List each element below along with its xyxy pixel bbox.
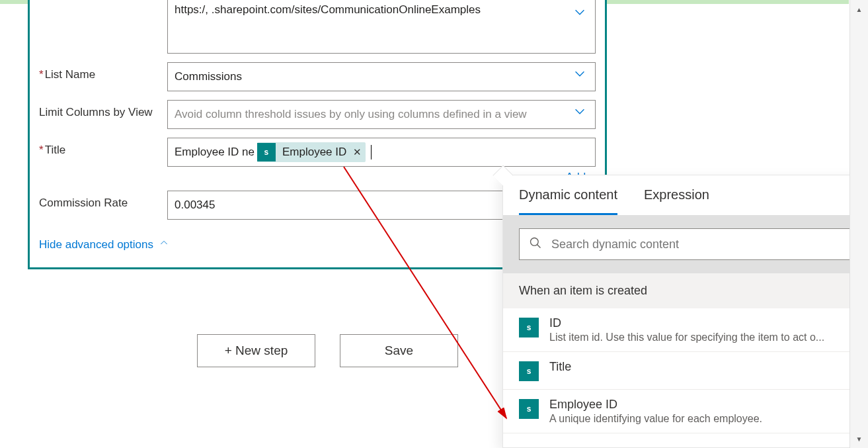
chevron-down-icon bbox=[572, 66, 587, 87]
dynamic-item-title[interactable]: s Title bbox=[503, 352, 867, 390]
scrollbar-up-button[interactable]: ▲ bbox=[850, 0, 868, 19]
label-list-name: *List Name bbox=[39, 62, 167, 81]
list-name-value: Commissions bbox=[175, 67, 242, 87]
item-desc: List item id. Use this value for specify… bbox=[549, 332, 824, 343]
title-text: Employee ID ne bbox=[175, 143, 255, 162]
sharepoint-icon: s bbox=[519, 318, 539, 337]
flyout-tabs: Dynamic content Expression bbox=[503, 175, 867, 215]
vertical-scrollbar[interactable]: ▲ ▼ bbox=[849, 0, 868, 448]
title-input[interactable]: Employee ID ne s Employee ID ✕ bbox=[167, 138, 596, 167]
limit-columns-dropdown[interactable]: Avoid column threshold issues by only us… bbox=[167, 100, 596, 129]
dynamic-group-title: When an item is created bbox=[503, 273, 867, 308]
search-bar-container bbox=[503, 215, 867, 273]
site-address-url: https:/, .sharepoint.com/sites/Communica… bbox=[175, 1, 588, 20]
site-address-dropdown[interactable]: Communication Online Examples https:/, .… bbox=[167, 0, 596, 54]
new-step-button[interactable]: + New step bbox=[197, 334, 315, 367]
sharepoint-icon: s bbox=[519, 361, 539, 381]
token-label: Employee ID bbox=[282, 143, 346, 162]
text-cursor bbox=[371, 145, 372, 159]
label-title: *Title bbox=[39, 138, 167, 157]
dynamic-token-employee-id[interactable]: s Employee ID ✕ bbox=[257, 142, 366, 162]
sharepoint-icon: s bbox=[519, 399, 539, 419]
save-button[interactable]: Save bbox=[340, 334, 458, 367]
list-name-dropdown[interactable]: Commissions bbox=[167, 62, 596, 91]
chevron-down-icon bbox=[572, 104, 587, 125]
search-icon bbox=[529, 236, 542, 253]
dynamic-content-panel: Dynamic content Expression When an item … bbox=[502, 175, 868, 448]
flow-actions: + New step Save bbox=[197, 334, 458, 367]
search-input-field[interactable] bbox=[551, 238, 842, 251]
item-name: ID bbox=[549, 316, 824, 330]
commission-rate-value: 0.00345 bbox=[175, 196, 215, 215]
item-name: Employee ID bbox=[549, 398, 762, 412]
tab-dynamic-content[interactable]: Dynamic content bbox=[519, 187, 617, 215]
dynamic-item-id[interactable]: s ID List item id. Use this value for sp… bbox=[503, 308, 867, 352]
dynamic-item-employee-id[interactable]: s Employee ID A unique identifying value… bbox=[503, 390, 867, 433]
label-limit-columns: Limit Columns by View bbox=[39, 100, 167, 119]
sharepoint-icon: s bbox=[257, 143, 276, 161]
search-dynamic-content-input[interactable] bbox=[519, 228, 851, 260]
item-name: Title bbox=[549, 360, 571, 374]
scrollbar-down-button[interactable]: ▼ bbox=[850, 429, 868, 448]
token-remove-button[interactable]: ✕ bbox=[353, 144, 362, 161]
tab-expression[interactable]: Expression bbox=[644, 187, 709, 215]
svg-line-1 bbox=[537, 244, 541, 247]
chevron-up-icon bbox=[159, 238, 169, 251]
label-commission-rate: Commission Rate bbox=[39, 191, 167, 210]
limit-columns-placeholder: Avoid column threshold issues by only us… bbox=[175, 105, 527, 124]
hide-advanced-options-toggle[interactable]: Hide advanced options bbox=[39, 238, 169, 251]
svg-point-0 bbox=[531, 238, 539, 246]
item-desc: A unique identifying value for each empl… bbox=[549, 413, 762, 425]
